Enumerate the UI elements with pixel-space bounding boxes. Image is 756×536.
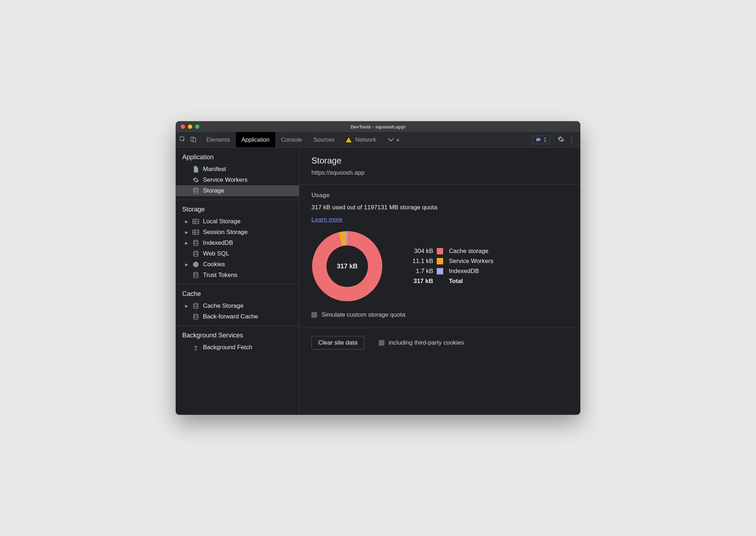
storage-panel: Storage https://squoosh.app Usage 317 kB… [299,148,580,415]
panel-body: Application Manifest Service Workers Sto… [176,148,580,415]
tab-application[interactable]: Application [236,132,275,147]
sidebar-group-storage: Storage ▶ Local Storage ▶ Session Storag… [176,200,299,284]
maximize-window-button[interactable] [195,125,199,129]
third-party-label: including third-party cookies [389,339,464,346]
disclosure-icon: ▶ [184,230,189,235]
disclosure-icon: ▶ [184,304,189,308]
kebab-menu-icon[interactable]: ⋮ [568,136,575,144]
sidebar-item-cache-storage[interactable]: ▶ Cache Storage [176,301,299,311]
sidebar-item-local-storage[interactable]: ▶ Local Storage [176,216,299,227]
traffic-lights [176,125,199,129]
svg-point-10 [194,240,198,242]
chevron-right-icon: » [396,137,399,143]
sidebar-item-bf-cache[interactable]: Back-forward Cache [176,311,299,322]
third-party-row: including third-party cookies [379,339,464,346]
storage-header: Storage https://squoosh.app [299,148,580,185]
devtools-toolbar: Elements Application Console Sources Net… [176,132,580,148]
settings-icon[interactable] [557,136,564,144]
upload-icon [192,344,199,351]
database-icon [192,313,199,320]
issues-button[interactable]: 1 [532,136,550,144]
legend-row-total: 317 kB Total [404,276,493,286]
simulate-quota-row: Simulate custom storage quota [311,311,568,318]
panel-tabs: Elements Application Console Sources Net… [200,132,405,147]
sidebar-item-background-fetch[interactable]: Background Fetch [176,342,299,353]
device-toolbar-icon[interactable] [190,136,197,144]
cookie-icon [192,261,199,268]
sidebar-group-background: Background Services Background Fetch [176,326,299,356]
page-title: Storage [311,156,568,166]
toolbar-right: 1 ⋮ [527,132,580,147]
svg-point-11 [194,251,198,253]
svg-point-17 [194,303,198,305]
usage-chart-row: 317 kB 304 kB Cache storage 11.1 kB Serv… [311,230,568,302]
simulate-quota-label: Simulate custom storage quota [321,311,405,318]
sidebar-item-trust-tokens[interactable]: Trust Tokens [176,270,299,281]
database-icon [192,302,199,310]
svg-point-3 [194,188,198,190]
donut-center-label: 317 kB [311,230,383,302]
disclosure-icon: ▶ [184,241,189,245]
usage-text: 317 kB used out of 1197131 MB storage qu… [311,204,568,211]
table-icon [192,229,199,236]
clear-site-data-button[interactable]: Clear site data [311,336,364,350]
window-title: DevTools - squoosh.app/ [176,124,580,130]
tab-elements[interactable]: Elements [200,132,236,147]
file-icon [192,166,199,173]
database-icon [192,272,199,279]
separator [553,136,554,144]
toolbar-left-tools [176,132,200,147]
sidebar-item-indexeddb[interactable]: ▶ IndexedDB [176,238,299,248]
svg-point-12 [193,262,199,267]
sidebar-item-cookies[interactable]: ▶ Cookies [176,259,299,270]
more-tabs-button[interactable]: » [382,132,405,147]
legend-swatch [437,248,443,254]
legend-row-cache: 304 kB Cache storage [404,246,493,256]
issues-count: 1 [543,137,547,143]
usage-donut-chart: 317 kB [311,230,383,302]
close-window-button[interactable] [181,125,185,129]
warning-icon [346,137,352,142]
window-titlebar: DevTools - squoosh.app/ [176,121,580,132]
gear-icon [192,176,199,184]
legend-row-idb: 1.7 kB IndexedDB [404,266,493,276]
svg-point-16 [194,273,198,274]
usage-section: Usage 317 kB used out of 1197131 MB stor… [299,185,580,328]
usage-heading: Usage [311,192,568,199]
minimize-window-button[interactable] [188,125,192,129]
sidebar-heading-application: Application [176,152,299,164]
learn-more-link[interactable]: Learn more [311,216,343,223]
svg-point-14 [196,264,197,264]
disclosure-icon: ▶ [184,262,189,267]
database-icon [192,187,199,194]
disclosure-icon: ▶ [184,219,189,224]
legend-swatch [437,268,443,274]
sidebar-item-service-workers[interactable]: Service Workers [176,175,299,185]
tab-sources[interactable]: Sources [308,132,340,147]
svg-point-13 [195,263,195,264]
sidebar-heading-storage: Storage [176,204,299,216]
tab-console[interactable]: Console [275,132,308,147]
sidebar-item-manifest[interactable]: Manifest [176,164,299,175]
usage-legend: 304 kB Cache storage 11.1 kB Service Wor… [404,246,493,286]
svg-point-15 [195,265,196,265]
clear-data-section: Clear site data including third-party co… [299,328,580,357]
sidebar-item-storage[interactable]: Storage [176,185,299,196]
svg-rect-2 [193,138,196,142]
origin-url: https://squoosh.app [311,169,568,176]
table-icon [192,218,199,225]
svg-point-18 [194,314,198,316]
application-sidebar: Application Manifest Service Workers Sto… [176,148,299,415]
sidebar-group-cache: Cache ▶ Cache Storage Back-forward Cache [176,284,299,326]
sidebar-heading-background: Background Services [176,330,299,342]
tab-network[interactable]: Network [340,132,382,147]
sidebar-item-session-storage[interactable]: ▶ Session Storage [176,227,299,238]
third-party-checkbox[interactable] [379,340,384,346]
sidebar-heading-cache: Cache [176,289,299,301]
sidebar-item-web-sql[interactable]: Web SQL [176,248,299,259]
devtools-window: DevTools - squoosh.app/ Elements Applica… [176,121,580,415]
inspect-element-icon[interactable] [179,136,186,144]
simulate-quota-checkbox[interactable] [311,312,317,318]
legend-row-sw: 11.1 kB Service Workers [404,256,493,266]
database-icon [192,250,199,257]
